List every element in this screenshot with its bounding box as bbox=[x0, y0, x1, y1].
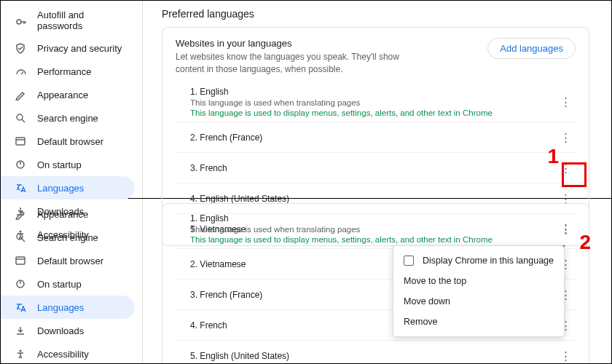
sidebar-item-languages[interactable]: Languages bbox=[1, 296, 135, 319]
sidebar-item-label: Appearance bbox=[37, 209, 88, 220]
sidebar-item-search-engine[interactable]: Search engine bbox=[1, 226, 135, 249]
sidebar-item-on-startup[interactable]: On startup bbox=[1, 153, 135, 176]
language-label: 5. English (United States) bbox=[190, 351, 555, 361]
sidebar-item-label: Appearance bbox=[37, 90, 88, 100]
menu-item-move-down[interactable]: Move down bbox=[393, 291, 564, 312]
sidebar-item-search-engine[interactable]: Search engine bbox=[1, 106, 135, 130]
svg-point-1 bbox=[17, 114, 23, 120]
sidebar-item-on-startup[interactable]: On startup bbox=[1, 272, 135, 296]
sidebar-item-label: Languages bbox=[37, 183, 84, 194]
more-options-button[interactable]: ⋮ bbox=[555, 127, 576, 148]
browser-icon bbox=[14, 254, 27, 267]
more-options-button[interactable]: ⋮ bbox=[555, 346, 576, 364]
sidebar-item-label: Default browser bbox=[37, 136, 103, 147]
search-icon bbox=[14, 231, 27, 244]
language-label: 2. French (France) bbox=[190, 132, 555, 143]
sidebar-item-label: On startup bbox=[37, 159, 82, 170]
menu-item-display-chrome[interactable]: Display Chrome in this language bbox=[393, 250, 564, 271]
power-icon bbox=[14, 277, 27, 290]
svg-rect-2 bbox=[16, 138, 25, 145]
language-row: 3. French⋮ bbox=[176, 152, 576, 183]
translate-icon bbox=[14, 301, 27, 314]
language-ui-note: This language is used to display menus, … bbox=[190, 235, 555, 244]
sidebar-item-label: Languages bbox=[37, 302, 84, 313]
search-icon bbox=[14, 111, 27, 124]
sidebar-item-downloads[interactable]: Downloads bbox=[1, 319, 135, 342]
card-title: Websites in your languages bbox=[176, 38, 423, 49]
a11y-icon bbox=[14, 347, 27, 360]
language-label: 1. English bbox=[190, 87, 555, 97]
sidebar-item-label: On startup bbox=[37, 279, 82, 290]
language-ui-note: This language is used to display menus, … bbox=[190, 108, 555, 117]
section-heading-preferred: Preferred languages bbox=[162, 8, 589, 20]
download-icon bbox=[14, 324, 27, 337]
svg-rect-6 bbox=[16, 257, 25, 264]
key-icon bbox=[14, 14, 27, 27]
more-options-button[interactable]: ⋮ bbox=[555, 92, 576, 112]
language-row: 1. EnglishThis language is used when tra… bbox=[176, 82, 576, 122]
more-options-button[interactable]: ⋮ bbox=[555, 218, 576, 239]
checkbox-icon bbox=[404, 256, 414, 266]
sidebar-item-label: Accessibility bbox=[37, 349, 89, 360]
sidebar-item-autofill-and-passwords[interactable]: Autofill and passwords bbox=[1, 4, 135, 36]
sidebar-item-appearance[interactable]: Appearance bbox=[1, 83, 135, 106]
sidebar-item-privacy-and-security[interactable]: Privacy and security bbox=[1, 36, 135, 60]
add-languages-button[interactable]: Add languages bbox=[487, 38, 576, 59]
language-row: 1. EnglishThis language is used when tra… bbox=[176, 208, 576, 248]
language-options-menu: Display Chrome in this language Move to … bbox=[393, 245, 565, 337]
power-icon bbox=[14, 158, 27, 171]
pen-icon bbox=[14, 88, 27, 101]
menu-item-remove[interactable]: Remove bbox=[393, 312, 564, 332]
more-options-button[interactable]: ⋮ bbox=[555, 158, 576, 178]
sidebar-item-appearance[interactable]: Appearance bbox=[1, 202, 135, 226]
sidebar-item-label: Performance bbox=[37, 66, 91, 77]
sidebar-item-languages[interactable]: Languages bbox=[1, 176, 135, 199]
language-row: 2. French (France)⋮ bbox=[176, 122, 576, 152]
speed-icon bbox=[14, 65, 27, 78]
settings-sidebar: Autofill and passwordsPrivacy and securi… bbox=[1, 1, 143, 198]
browser-icon bbox=[14, 135, 27, 148]
shield-icon bbox=[14, 41, 27, 55]
menu-item-move-top[interactable]: Move to the top bbox=[393, 271, 564, 291]
sidebar-item-accessibility[interactable]: Accessibility bbox=[1, 342, 135, 364]
translate-icon bbox=[14, 181, 27, 194]
svg-point-5 bbox=[17, 234, 23, 240]
svg-point-8 bbox=[20, 350, 22, 352]
language-row: 5. English (United States)⋮ bbox=[176, 340, 576, 364]
sidebar-item-performance[interactable]: Performance bbox=[1, 60, 135, 83]
sidebar-item-label: Search engine bbox=[37, 232, 98, 243]
settings-sidebar: AppearanceSearch engineDefault browserOn… bbox=[1, 199, 143, 363]
sidebar-item-default-browser[interactable]: Default browser bbox=[1, 130, 135, 153]
sidebar-item-default-browser[interactable]: Default browser bbox=[1, 249, 135, 272]
language-translate-note: This language is used when translating p… bbox=[190, 225, 555, 234]
sidebar-item-label: Privacy and security bbox=[37, 43, 122, 54]
sidebar-item-label: Downloads bbox=[37, 325, 84, 336]
sidebar-item-label: Default browser bbox=[37, 256, 103, 266]
language-label: 1. English bbox=[190, 213, 555, 223]
card-subtitle: Let websites know the languages you spea… bbox=[176, 51, 423, 76]
pen-icon bbox=[14, 207, 27, 221]
sidebar-item-label: Autofill and passwords bbox=[37, 9, 125, 31]
sidebar-item-label: Search engine bbox=[37, 113, 98, 124]
language-translate-note: This language is used when translating p… bbox=[190, 98, 555, 107]
language-label: 3. French bbox=[190, 163, 555, 173]
